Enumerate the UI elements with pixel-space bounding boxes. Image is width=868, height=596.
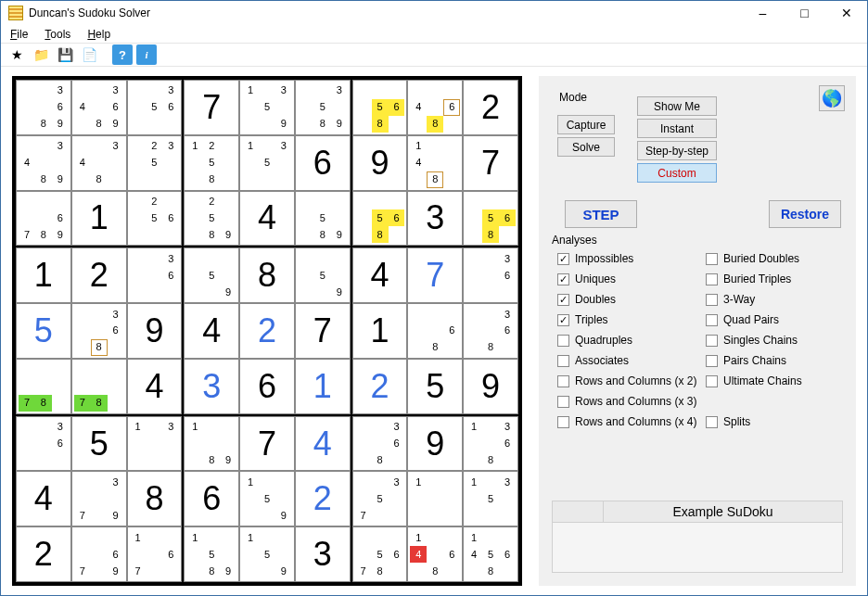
cell[interactable]: 7 — [184, 80, 239, 135]
checkbox[interactable] — [557, 355, 569, 367]
cell[interactable]: 4 — [239, 191, 295, 247]
menu-file[interactable]: File — [10, 28, 28, 41]
sudoku-board[interactable]: 3689346893563489348235678912567135935891… — [12, 76, 522, 586]
checkbox[interactable]: ✓ — [557, 314, 569, 326]
checkbox[interactable] — [557, 375, 569, 387]
cell[interactable]: 4 — [295, 416, 351, 472]
analysis-checkbox[interactable]: ✓Uniques — [557, 271, 706, 287]
cell[interactable]: 3489 — [16, 135, 71, 191]
cell[interactable]: 589 — [295, 191, 351, 247]
cell[interactable]: 1468 — [407, 526, 463, 582]
show-me-button[interactable]: Show Me — [637, 96, 717, 116]
save-icon[interactable]: 💾 — [55, 44, 75, 65]
cell[interactable]: 135 — [239, 135, 295, 191]
checkbox[interactable] — [557, 335, 569, 347]
cell[interactable]: 357 — [352, 471, 408, 526]
cell[interactable]: 4 — [352, 247, 408, 303]
cell[interactable]: 8 — [239, 247, 295, 303]
instant-button[interactable]: Instant — [637, 119, 717, 138]
maximize-button[interactable]: □ — [784, 1, 825, 26]
cell[interactable]: 368 — [463, 303, 518, 359]
checkbox[interactable] — [706, 273, 718, 285]
cell[interactable]: 6 — [239, 359, 295, 414]
cell[interactable]: 34689 — [71, 80, 127, 135]
checkbox[interactable] — [557, 416, 569, 428]
info-icon[interactable]: i — [136, 44, 157, 65]
cell[interactable]: 5 — [16, 303, 71, 359]
cell[interactable]: 1 — [407, 471, 463, 526]
cell[interactable]: 1 — [352, 303, 408, 359]
cell[interactable]: 3 — [407, 191, 463, 247]
cell[interactable]: 2 — [71, 247, 127, 303]
analysis-checkbox[interactable]: ✓Doubles — [557, 291, 706, 308]
cell[interactable]: 36 — [127, 247, 183, 303]
analysis-checkbox[interactable]: Quad Pairs — [706, 311, 802, 328]
checkbox[interactable] — [706, 253, 718, 265]
cell[interactable]: 2589 — [184, 191, 239, 247]
cell[interactable]: 1 — [71, 191, 127, 247]
cell[interactable]: 4 — [16, 471, 71, 526]
cell[interactable]: 159 — [239, 526, 295, 582]
step-button[interactable]: STEP — [565, 200, 637, 228]
cell[interactable]: 159 — [239, 471, 295, 526]
cell[interactable]: 368 — [71, 303, 127, 359]
help-icon[interactable]: ? — [112, 44, 133, 65]
cell[interactable]: 1258 — [184, 135, 239, 191]
checkbox[interactable] — [706, 314, 718, 326]
cell[interactable]: 59 — [184, 247, 239, 303]
checkbox[interactable] — [557, 396, 569, 408]
favorite-icon[interactable]: ★ — [6, 44, 27, 65]
cell[interactable]: 78 — [71, 359, 127, 414]
cell[interactable]: 189 — [184, 416, 239, 472]
cell[interactable]: 78 — [16, 359, 71, 414]
cell[interactable]: 568 — [352, 191, 408, 247]
cell[interactable]: 468 — [407, 80, 463, 135]
cell[interactable]: 1359 — [239, 80, 295, 135]
cell[interactable]: 7 — [463, 135, 518, 191]
checkbox[interactable] — [706, 335, 718, 347]
cell[interactable]: 7 — [295, 303, 351, 359]
cell[interactable]: 4 — [184, 303, 239, 359]
analysis-checkbox[interactable]: ✓Impossibles — [557, 250, 706, 267]
analysis-checkbox[interactable]: Pairs Chains — [706, 352, 802, 369]
cell[interactable]: 3689 — [16, 80, 71, 135]
cell[interactable]: 9 — [407, 416, 463, 472]
cell[interactable]: 9 — [127, 303, 183, 359]
cell[interactable]: 7 — [239, 416, 295, 472]
cell[interactable]: 68 — [407, 303, 463, 359]
cell[interactable]: 3 — [184, 359, 239, 414]
analysis-checkbox[interactable]: Quadruples — [557, 332, 706, 349]
menu-help[interactable]: Help — [87, 28, 110, 41]
cell[interactable]: 59 — [295, 247, 351, 303]
cell[interactable]: 6 — [184, 471, 239, 526]
cell[interactable]: 2 — [463, 80, 518, 135]
cell[interactable]: 1 — [16, 247, 71, 303]
cell[interactable]: 256 — [127, 191, 183, 247]
cell[interactable]: 167 — [127, 526, 183, 582]
open-icon[interactable]: 📁 — [31, 44, 51, 65]
analysis-checkbox[interactable]: Buried Triples — [706, 271, 802, 287]
analysis-checkbox[interactable]: Splits — [706, 413, 802, 430]
checkbox[interactable]: ✓ — [557, 273, 569, 285]
cell[interactable]: 148 — [407, 135, 463, 191]
analysis-checkbox[interactable]: Ultimate Chains — [706, 373, 802, 389]
cell[interactable]: 379 — [71, 471, 127, 526]
cell[interactable]: 2 — [352, 359, 408, 414]
analysis-checkbox[interactable]: Rows and Columns (x 4) — [557, 413, 706, 430]
cell[interactable]: 14568 — [463, 526, 518, 582]
cell[interactable]: 6 — [295, 135, 351, 191]
cell[interactable]: 348 — [71, 135, 127, 191]
cell[interactable]: 2 — [16, 526, 71, 582]
cell[interactable]: 1368 — [463, 416, 518, 472]
custom-button[interactable]: Custom — [637, 163, 717, 183]
checkbox[interactable]: ✓ — [557, 294, 569, 306]
cell[interactable]: 5 — [407, 359, 463, 414]
checkbox[interactable] — [706, 294, 718, 306]
checkbox[interactable]: ✓ — [557, 253, 569, 265]
analysis-checkbox[interactable]: Rows and Columns (x 3) — [557, 393, 706, 410]
cell[interactable]: 3 — [295, 526, 351, 582]
cell[interactable]: 36 — [16, 416, 71, 472]
minimize-button[interactable]: – — [742, 1, 784, 26]
cell[interactable]: 5678 — [352, 526, 408, 582]
cell[interactable]: 36 — [463, 247, 518, 303]
